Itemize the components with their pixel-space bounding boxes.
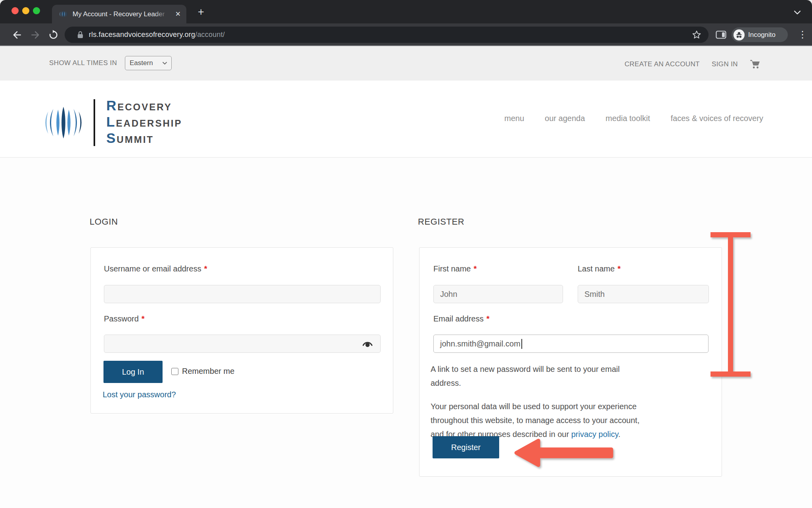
account-page: LOGIN REGISTER Username or email address… — [0, 158, 812, 508]
logo-line1-rest: ECOVERY — [117, 100, 172, 114]
site-header: RECOVERY LEADERSHIP SUMMIT menu our agen… — [0, 81, 812, 158]
logo-line1-initial: R — [106, 98, 117, 113]
register-heading: REGISTER — [418, 217, 464, 227]
register-button[interactable]: Register — [433, 436, 499, 458]
login-form: Username or email address* Password* Log… — [90, 247, 393, 414]
username-input[interactable] — [104, 285, 381, 303]
last-name-label: Last name* — [578, 264, 620, 273]
tab-title-wrap: My Account - Recovery Leader — [73, 10, 172, 19]
site-favicon-icon — [59, 10, 68, 18]
site-logo[interactable]: RECOVERY LEADERSHIP SUMMIT — [43, 98, 182, 147]
tab-title-fade — [154, 10, 172, 19]
password-visibility-icon[interactable] — [362, 340, 373, 348]
email-input[interactable]: john.smith@gmail.com — [433, 335, 709, 353]
url-host: rls.facesandvoicesofrecovery.org — [89, 31, 195, 38]
first-name-input[interactable] — [433, 285, 563, 303]
last-name-input[interactable] — [578, 285, 709, 303]
window-maximize-button[interactable] — [33, 7, 40, 14]
email-label: Email address* — [433, 314, 490, 323]
remember-me-label: Remember me — [182, 367, 234, 376]
required-asterisk: * — [473, 264, 477, 273]
logo-text: RECOVERY LEADERSHIP SUMMIT — [106, 98, 182, 147]
window-minimize-button[interactable] — [22, 7, 29, 14]
nav-menu[interactable]: menu — [504, 114, 524, 123]
first-name-label: First name* — [433, 264, 477, 273]
reload-icon[interactable] — [48, 30, 58, 40]
required-asterisk: * — [617, 264, 620, 273]
username-label: Username or email address* — [104, 264, 207, 273]
required-asterisk: * — [486, 314, 490, 323]
incognito-icon — [733, 29, 745, 40]
nav-media-toolkit[interactable]: media toolkit — [605, 114, 650, 123]
logo-line3-initial: S — [106, 131, 117, 145]
login-heading: LOGIN — [90, 217, 118, 227]
forward-icon[interactable] — [30, 30, 40, 40]
browser-window: My Account - Recovery Leader ✕ + rls.fac… — [0, 0, 812, 508]
annotation-ibeam — [710, 232, 751, 377]
window-controls — [11, 7, 40, 14]
create-account-link[interactable]: CREATE AN ACCOUNT — [624, 60, 700, 68]
url-text: rls.facesandvoicesofrecovery.org/account… — [89, 31, 225, 39]
timezone-select[interactable]: Eastern — [125, 56, 172, 70]
utility-bar: SHOW ALL TIMES IN Eastern CREATE AN ACCO… — [0, 46, 812, 81]
browser-tab[interactable]: My Account - Recovery Leader ✕ — [52, 5, 186, 23]
address-bar[interactable]: rls.facesandvoicesofrecovery.org/account… — [65, 27, 709, 43]
annotation-arrow — [513, 434, 619, 471]
password-note: A link to set a new password will be sen… — [431, 362, 620, 390]
password-label: Password* — [104, 314, 145, 323]
logo-line2-rest: EADERSHIP — [116, 116, 182, 131]
side-panel-icon[interactable] — [716, 31, 726, 39]
logo-line3-rest: UMMIT — [117, 132, 154, 147]
required-asterisk: * — [142, 314, 145, 323]
rls-logo-icon — [43, 101, 84, 144]
password-input[interactable] — [104, 335, 381, 353]
window-close-button[interactable] — [11, 7, 19, 14]
lost-password-link[interactable]: Lost your password? — [103, 390, 176, 399]
logo-line2-initial: L — [106, 114, 116, 129]
sign-in-link[interactable]: SIGN IN — [712, 60, 738, 68]
bookmark-star-icon[interactable] — [692, 30, 701, 39]
tab-close-icon[interactable]: ✕ — [175, 10, 181, 19]
new-tab-button[interactable]: + — [195, 6, 207, 18]
logo-divider — [94, 99, 95, 146]
text-caret — [521, 339, 522, 349]
lock-icon — [77, 31, 83, 38]
browser-toolbar: rls.facesandvoicesofrecovery.org/account… — [0, 23, 812, 46]
url-path: /account/ — [195, 31, 225, 38]
required-asterisk: * — [204, 264, 207, 273]
timezone-value: Eastern — [130, 59, 162, 67]
nav-faces-voices[interactable]: faces & voices of recovery — [671, 114, 763, 123]
back-icon[interactable] — [12, 30, 22, 40]
tab-title: My Account - Recovery Leader — [73, 10, 165, 18]
incognito-label: Incognito — [748, 31, 776, 39]
incognito-badge: Incognito — [732, 27, 788, 42]
tab-search-chevron-icon[interactable] — [794, 10, 801, 15]
email-value: john.smith@gmail.com — [440, 339, 521, 348]
cart-icon[interactable] — [750, 59, 760, 69]
remember-me-checkbox[interactable] — [171, 368, 178, 375]
nav-our-agenda[interactable]: our agenda — [545, 114, 585, 123]
tab-strip: My Account - Recovery Leader ✕ + — [0, 0, 812, 23]
main-nav: menu our agenda media toolkit faces & vo… — [504, 114, 763, 123]
chevron-down-icon — [162, 62, 167, 65]
menu-dots-icon[interactable]: ⋮ — [798, 29, 807, 40]
show-times-label: SHOW ALL TIMES IN — [49, 59, 117, 67]
log-in-button[interactable]: Log In — [103, 361, 163, 383]
